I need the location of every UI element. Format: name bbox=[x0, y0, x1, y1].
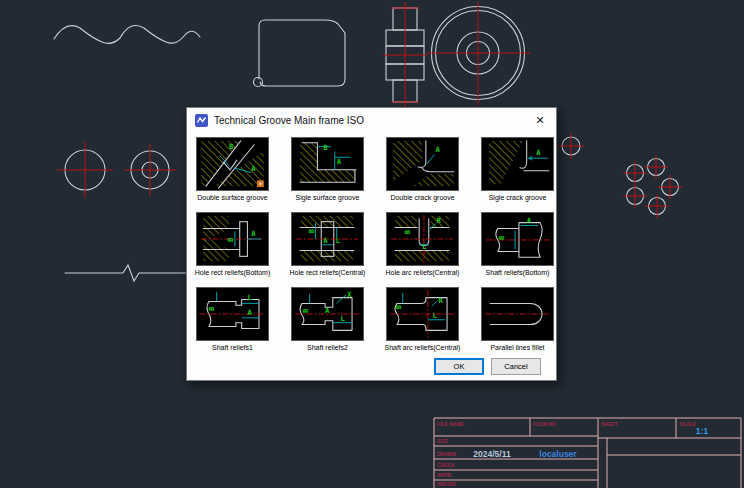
tb-label-file-name: FILE NAME bbox=[437, 421, 465, 427]
svg-text:B: B bbox=[226, 237, 235, 242]
tb-label-issued: ISSUED bbox=[437, 481, 456, 487]
svg-text:A: A bbox=[337, 157, 342, 166]
svg-text:B: B bbox=[403, 229, 412, 234]
thumbnail-shaft-arc-reliefs-central[interactable]: B R L bbox=[386, 287, 459, 341]
groove-item-shaft-bottom: A B Shaft reliefs(Bottom) bbox=[481, 212, 554, 281]
groove-item-hole-rect-central: B A L Hole rect reliefs(Central) bbox=[291, 212, 364, 281]
thumbnail-hole-rect-reliefs-bottom[interactable]: B A bbox=[196, 212, 269, 266]
tb-label-fscm-no: FSCM NO bbox=[533, 421, 556, 427]
thumbnail-grid: B A Double surface groove B A Sigle surf… bbox=[196, 137, 554, 356]
tb-value-scale: 1:1 bbox=[696, 426, 709, 436]
svg-text:A: A bbox=[436, 145, 441, 154]
svg-text:A: A bbox=[251, 229, 256, 238]
tile-label: Sigle crack groove bbox=[470, 194, 565, 206]
tile-label: Hole arc reliefs(Central) bbox=[375, 269, 470, 281]
groove-item-shaft-reliefs2: X B A L Shaft reliefs2 bbox=[291, 287, 364, 356]
circle-crosshair-left-2 bbox=[124, 144, 176, 196]
svg-text:R: R bbox=[438, 296, 443, 305]
dialog-title: Technical Groove Main frame ISO bbox=[214, 115, 526, 126]
tb-value-drawn-by: localuser bbox=[539, 449, 577, 459]
break-line-drawing bbox=[65, 265, 187, 281]
thumbnail-sigle-surface-groove[interactable]: B A bbox=[291, 137, 364, 191]
tb-label-check: CHECK bbox=[437, 462, 455, 468]
svg-text:L: L bbox=[422, 242, 427, 251]
circle-crosshair-left-1 bbox=[57, 142, 113, 198]
tb-label-size: SIZE bbox=[437, 438, 449, 444]
tb-label-drawn: DRAWN bbox=[437, 451, 456, 457]
sine-wave-drawing bbox=[54, 26, 200, 44]
dialog-titlebar[interactable]: Technical Groove Main frame ISO ✕ bbox=[187, 108, 556, 133]
svg-text:A: A bbox=[247, 308, 252, 317]
svg-text:L: L bbox=[247, 293, 252, 302]
tile-label: Shaft arc reliefs(Central) bbox=[375, 344, 470, 356]
svg-text:X: X bbox=[347, 290, 352, 299]
thumbnail-sigle-crack-groove[interactable]: A bbox=[481, 137, 554, 191]
groove-item-sigle-crack: A Sigle crack groove bbox=[481, 137, 554, 206]
groove-item-double-surface: B A Double surface groove bbox=[196, 137, 269, 206]
groove-item-hole-arc-central: R B L Hole arc reliefs(Central) bbox=[386, 212, 459, 281]
close-icon[interactable]: ✕ bbox=[532, 113, 548, 129]
thumbnail-hole-arc-reliefs-central[interactable]: R B L bbox=[386, 212, 459, 266]
svg-text:L: L bbox=[341, 314, 346, 323]
groove-item-shaft-reliefs1: B L A Shaft reliefs1 bbox=[196, 287, 269, 356]
svg-text:B: B bbox=[323, 143, 328, 152]
thumbnail-hole-rect-reliefs-central[interactable]: B A L bbox=[291, 212, 364, 266]
selected-marker bbox=[257, 180, 264, 187]
svg-text:A: A bbox=[536, 148, 541, 157]
svg-text:A: A bbox=[527, 216, 532, 225]
svg-text:B: B bbox=[301, 308, 310, 313]
thumbnail-shaft-reliefs-bottom[interactable]: A B bbox=[481, 212, 554, 266]
svg-text:L: L bbox=[336, 236, 341, 245]
groove-item-hole-rect-bottom: B A Hole rect reliefs(Bottom) bbox=[196, 212, 269, 281]
tb-value-drawn-date: 2024/5/11 bbox=[473, 449, 511, 459]
thumbnail-shaft-reliefs2[interactable]: X B A L bbox=[291, 287, 364, 341]
tile-label: Sigle surface groove bbox=[280, 194, 375, 206]
groove-item-parallel-fillet: Parallel lines fillet bbox=[481, 287, 554, 356]
circle-crosshair-right bbox=[558, 133, 584, 159]
plate-drawing bbox=[254, 20, 346, 87]
tile-label: Double crack groove bbox=[375, 194, 470, 206]
ok-button[interactable]: OK bbox=[434, 358, 484, 375]
thumbnail-double-surface-groove[interactable]: B A bbox=[196, 137, 269, 191]
svg-text:A: A bbox=[323, 236, 328, 245]
thumbnail-parallel-lines-fillet[interactable] bbox=[481, 287, 554, 341]
groove-item-sigle-surface: B A Sigle surface groove bbox=[291, 137, 364, 206]
gear-front-drawing bbox=[427, 2, 530, 105]
svg-text:R: R bbox=[436, 216, 441, 225]
tb-label-scale: SCALE bbox=[679, 421, 697, 427]
tile-label: Shaft reliefs1 bbox=[185, 344, 280, 356]
groove-item-double-crack: A Double crack groove bbox=[386, 137, 459, 206]
tile-label: Hole rect reliefs(Bottom) bbox=[185, 269, 280, 281]
groove-dialog: Technical Groove Main frame ISO ✕ B A Do… bbox=[186, 107, 557, 381]
thumbnail-shaft-reliefs1[interactable]: B L A bbox=[196, 287, 269, 341]
thumbnail-double-crack-groove[interactable]: A bbox=[386, 137, 459, 191]
tile-label: Parallel lines fillet bbox=[470, 344, 565, 356]
bolt-circle-cluster bbox=[623, 155, 682, 218]
groove-item-shaft-arc-central: B R L Shaft arc reliefs(Central) bbox=[386, 287, 459, 356]
app-logo-icon bbox=[195, 114, 208, 127]
tile-label: Shaft reliefs2 bbox=[280, 344, 375, 356]
svg-text:A: A bbox=[325, 306, 330, 315]
tb-label-appr: APPR. bbox=[437, 472, 453, 478]
cancel-button[interactable]: Cancel bbox=[491, 358, 541, 375]
title-block: FILE NAME FSCM NO SHEET SCALE 1:1 SIZE D… bbox=[430, 414, 744, 488]
svg-text:B: B bbox=[394, 304, 403, 309]
svg-text:L: L bbox=[433, 311, 438, 320]
tile-label: Hole rect reliefs(Central) bbox=[280, 269, 375, 281]
gear-section-drawing bbox=[383, 2, 427, 107]
tile-label: Double surface groove bbox=[185, 194, 280, 206]
svg-text:A: A bbox=[251, 164, 256, 173]
svg-text:B: B bbox=[229, 142, 234, 151]
svg-text:B: B bbox=[497, 235, 506, 240]
tile-label: Shaft reliefs(Bottom) bbox=[470, 269, 565, 281]
tb-label-sheet: SHEET bbox=[601, 421, 618, 427]
svg-text:B: B bbox=[207, 306, 216, 311]
svg-text:B: B bbox=[307, 228, 316, 233]
